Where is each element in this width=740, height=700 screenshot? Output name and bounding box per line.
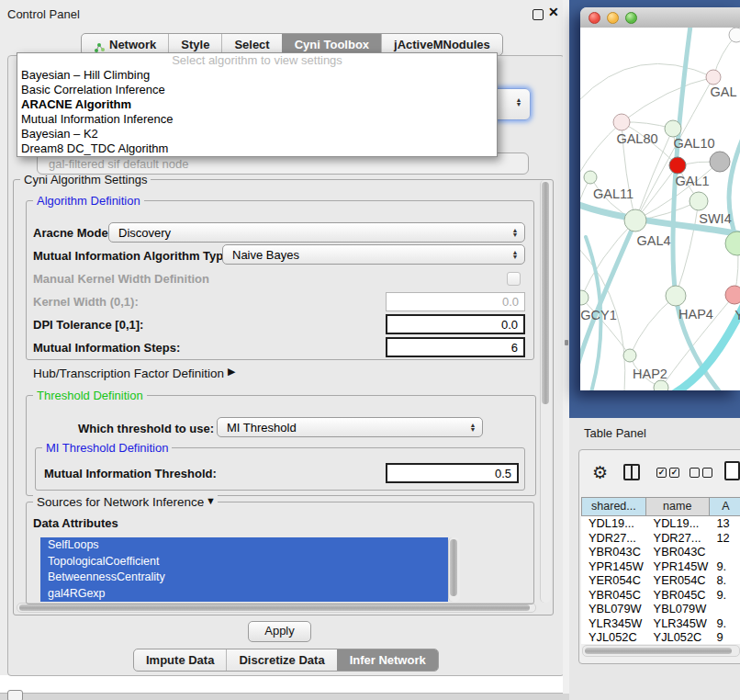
zoom-traffic-light-icon[interactable] xyxy=(625,12,637,24)
network-node[interactable] xyxy=(729,28,740,42)
network-node-gal1[interactable] xyxy=(690,192,708,210)
algorithm-option-label: Mutual Information Inference xyxy=(21,112,173,126)
column-header[interactable]: shared... xyxy=(581,497,646,516)
network-node-gal[interactable] xyxy=(706,70,721,85)
network-node-gal11[interactable] xyxy=(584,171,597,184)
kernel-width-field[interactable] xyxy=(386,292,525,311)
network-node-gal80[interactable] xyxy=(613,114,630,130)
table-cell: YBR043C xyxy=(581,545,646,559)
mi-threshold-field[interactable] xyxy=(386,463,519,483)
algorithm-option[interactable]: Basic Correlation Inference xyxy=(17,83,497,97)
hide-columns-icon[interactable] xyxy=(690,468,712,478)
node-label: GAL10 xyxy=(673,136,714,151)
which-threshold-combo[interactable]: MI Threshold ▲▼ xyxy=(217,417,483,437)
table-cell: YBL079W xyxy=(646,602,710,616)
tab[interactable]: Discretize Data xyxy=(226,649,336,671)
settings-scrollbar[interactable] xyxy=(540,180,551,603)
attribute-item-selected[interactable]: gal4RGexp xyxy=(40,586,448,603)
panel-divider[interactable] xyxy=(563,0,569,694)
minimize-traffic-light-icon[interactable] xyxy=(607,12,619,24)
network-node-gal4[interactable] xyxy=(624,209,646,231)
node-label: GAL1 xyxy=(675,174,709,188)
network-node[interactable] xyxy=(669,157,686,174)
table-cell: YBL079W xyxy=(581,602,646,616)
settings-scrollbar-thumb[interactable] xyxy=(542,182,549,404)
restore-panel-icon[interactable] xyxy=(7,690,23,700)
algorithm-option[interactable]: Mutual Information Inference xyxy=(17,112,497,127)
table-cell: YBR045C xyxy=(646,588,710,603)
table-row[interactable]: YJL052CYJL052C9 xyxy=(581,630,740,644)
attribute-item-selected[interactable]: BetweennessCentrality xyxy=(40,570,448,586)
algorithm-option[interactable]: Bayesian – K2 xyxy=(17,127,497,141)
combo-arrows-icon: ▲▼ xyxy=(466,423,479,432)
aracne-mode-combo[interactable]: Discovery ▲▼ xyxy=(108,222,525,243)
tab[interactable]: Infer Network xyxy=(337,649,438,671)
network-node-hap4[interactable] xyxy=(666,286,686,306)
dpi-tolerance-field[interactable] xyxy=(386,314,525,334)
table-hscrollbar[interactable] xyxy=(582,645,740,657)
column-header[interactable]: A xyxy=(710,497,740,516)
dpi-tolerance-label: DPI Tolerance [0,1]: xyxy=(33,318,143,332)
close-traffic-light-icon[interactable] xyxy=(589,12,600,24)
algorithm-option[interactable]: ARACNE Algorithm xyxy=(17,97,497,112)
manual-kernel-checkbox[interactable] xyxy=(507,272,521,286)
network-node-gcy1[interactable] xyxy=(580,290,589,305)
settings-group-title: Cyni Algorithm Settings xyxy=(20,173,151,186)
tab[interactable]: Impute Data xyxy=(134,649,226,671)
network-node-y[interactable] xyxy=(725,286,740,304)
table-hscrollbar-thumb[interactable] xyxy=(585,648,732,654)
attribute-item-selected[interactable]: SelfLoops xyxy=(40,537,448,554)
split-columns-icon[interactable] xyxy=(623,464,640,480)
float-panel-icon[interactable] xyxy=(533,9,544,20)
threshold-definition-title: Threshold Definition xyxy=(33,389,147,402)
node-label: HAP4 xyxy=(678,307,713,322)
combo-arrows-icon: ▲▼ xyxy=(509,228,521,237)
table-row[interactable]: YDL19...YDL19...13 xyxy=(581,516,740,531)
algorithm-combo-fragment[interactable]: ▲▼ xyxy=(494,88,531,120)
attribute-item-selected[interactable]: TopologicalCoefficient xyxy=(40,554,448,570)
table-cell: YBR043C xyxy=(646,545,710,559)
table-cell: YER054C xyxy=(646,573,710,588)
mi-type-combo[interactable]: Naive Bayes ▲▼ xyxy=(222,244,525,265)
network-canvas[interactable]: GALGAL80GAL10GAL1GAL11GAL4SWI4GCY1HAP4YH… xyxy=(580,28,740,390)
attributes-scrollbar[interactable] xyxy=(448,537,460,602)
collapse-arrow-icon[interactable]: ▼ xyxy=(204,495,218,506)
table-row[interactable]: YDR27...YDR27...12 xyxy=(581,531,740,546)
network-node-hap2[interactable] xyxy=(623,349,636,362)
table-row[interactable]: YBR045CYBR045C9. xyxy=(581,588,740,603)
algorithm-option[interactable]: Bayesian – Hill Climbing xyxy=(17,68,497,83)
expand-arrow-icon[interactable]: ▶ xyxy=(228,366,235,378)
kernel-width-label: Kernel Width (0,1): xyxy=(33,295,139,309)
tab-label: Impute Data xyxy=(146,650,214,671)
network-node[interactable] xyxy=(710,152,730,172)
window-titlebar[interactable] xyxy=(580,7,740,28)
table-cell: YDL19... xyxy=(646,516,710,531)
mi-steps-field[interactable] xyxy=(386,337,525,357)
mi-steps-label: Mutual Information Steps: xyxy=(33,341,180,355)
sources-title: Sources for Network Inference xyxy=(33,495,207,509)
table-row[interactable]: YBR043CYBR043C xyxy=(581,545,740,559)
settings-hscrollbar-thumb[interactable] xyxy=(19,604,530,611)
document-icon[interactable] xyxy=(724,461,740,480)
table-row[interactable]: YLR345WYLR345W9. xyxy=(581,616,740,631)
splitter-handle[interactable] xyxy=(565,340,568,345)
table-row[interactable]: YPR145WYPR145W9. xyxy=(581,559,740,574)
show-columns-icon[interactable]: ✓✓ xyxy=(656,468,679,478)
status-strip xyxy=(0,693,569,700)
algorithm-option-label: Basic Correlation Inference xyxy=(21,83,165,96)
node-label: GCY1 xyxy=(580,308,617,322)
gear-icon[interactable]: ⚙ xyxy=(592,462,608,483)
which-threshold-label: Which threshold to use: xyxy=(78,422,214,435)
column-header[interactable]: name xyxy=(646,497,710,516)
table-header: shared...nameA xyxy=(581,497,740,516)
table-row[interactable]: YER054CYER054C8. xyxy=(581,573,740,588)
network-node[interactable] xyxy=(654,380,668,390)
apply-button[interactable]: Apply xyxy=(248,621,311,642)
table-row[interactable]: YBL079WYBL079W xyxy=(581,602,740,616)
attributes-scrollbar-thumb[interactable] xyxy=(450,539,457,596)
attribute-label: BetweennessCentrality xyxy=(48,570,165,583)
network-node-gal10[interactable] xyxy=(665,120,681,137)
close-icon[interactable]: ✕ xyxy=(548,5,559,19)
algorithm-option[interactable]: Dream8 DC_TDC Algorithm xyxy=(17,141,497,156)
manual-kernel-label: Manual Kernel Width Definition xyxy=(33,272,209,286)
